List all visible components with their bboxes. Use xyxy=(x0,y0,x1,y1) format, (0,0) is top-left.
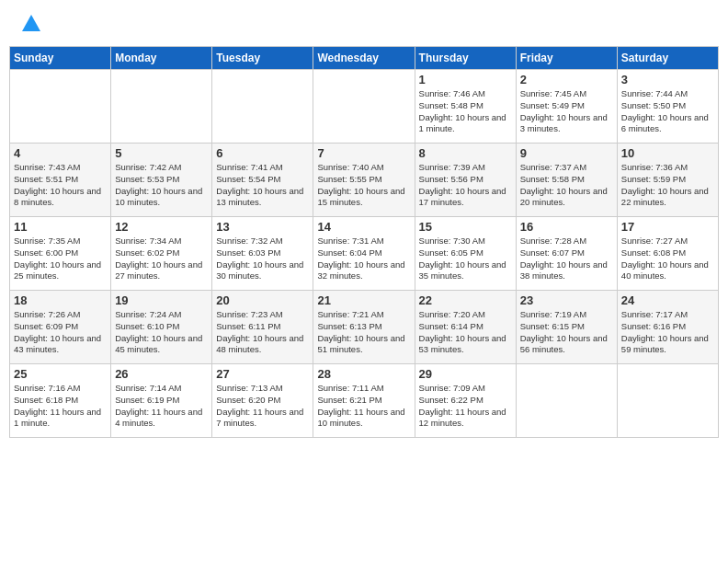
day-info: Sunrise: 7:43 AM Sunset: 5:51 PM Dayligh… xyxy=(14,162,107,209)
day-number: 1 xyxy=(419,73,512,86)
day-info: Sunrise: 7:39 AM Sunset: 5:56 PM Dayligh… xyxy=(419,162,512,209)
day-number: 28 xyxy=(317,367,410,381)
day-number: 10 xyxy=(621,146,714,160)
calendar-cell: 8Sunrise: 7:39 AM Sunset: 5:56 PM Daylig… xyxy=(415,144,516,217)
calendar-cell: 17Sunrise: 7:27 AM Sunset: 6:08 PM Dayli… xyxy=(617,217,718,291)
day-number: 5 xyxy=(115,146,208,160)
calendar-cell: 18Sunrise: 7:26 AM Sunset: 6:09 PM Dayli… xyxy=(10,291,111,364)
calendar-week-row: 4Sunrise: 7:43 AM Sunset: 5:51 PM Daylig… xyxy=(10,144,719,217)
logo xyxy=(17,13,42,35)
day-info: Sunrise: 7:16 AM Sunset: 6:18 PM Dayligh… xyxy=(14,383,107,430)
day-number: 26 xyxy=(115,367,208,381)
day-number: 27 xyxy=(216,367,309,381)
day-info: Sunrise: 7:28 AM Sunset: 6:07 PM Dayligh… xyxy=(520,236,613,282)
day-info: Sunrise: 7:36 AM Sunset: 5:59 PM Dayligh… xyxy=(621,162,714,209)
calendar-week-row: 25Sunrise: 7:16 AM Sunset: 6:18 PM Dayli… xyxy=(10,364,719,438)
day-number: 22 xyxy=(419,293,512,307)
calendar-cell xyxy=(212,70,313,144)
calendar-cell: 25Sunrise: 7:16 AM Sunset: 6:18 PM Dayli… xyxy=(10,364,111,438)
day-info: Sunrise: 7:21 AM Sunset: 6:13 PM Dayligh… xyxy=(317,309,410,356)
day-number: 9 xyxy=(520,146,613,160)
calendar-cell: 11Sunrise: 7:35 AM Sunset: 6:00 PM Dayli… xyxy=(10,217,111,291)
calendar-cell: 4Sunrise: 7:43 AM Sunset: 5:51 PM Daylig… xyxy=(10,144,111,217)
svg-marker-0 xyxy=(22,15,40,31)
day-of-week-header: Sunday xyxy=(10,47,111,70)
day-number: 25 xyxy=(14,367,107,381)
day-info: Sunrise: 7:41 AM Sunset: 5:54 PM Dayligh… xyxy=(216,162,309,209)
day-info: Sunrise: 7:11 AM Sunset: 6:21 PM Dayligh… xyxy=(317,383,410,430)
day-of-week-header: Saturday xyxy=(617,47,718,70)
day-info: Sunrise: 7:17 AM Sunset: 6:16 PM Dayligh… xyxy=(621,309,714,356)
calendar-cell: 13Sunrise: 7:32 AM Sunset: 6:03 PM Dayli… xyxy=(212,217,313,291)
day-of-week-header: Thursday xyxy=(415,47,516,70)
calendar-cell: 6Sunrise: 7:41 AM Sunset: 5:54 PM Daylig… xyxy=(212,144,313,217)
day-number: 4 xyxy=(14,146,107,160)
day-number: 17 xyxy=(621,220,714,234)
calendar-week-row: 11Sunrise: 7:35 AM Sunset: 6:00 PM Dayli… xyxy=(10,217,719,291)
day-of-week-header: Tuesday xyxy=(212,47,313,70)
day-number: 15 xyxy=(419,220,512,234)
day-info: Sunrise: 7:46 AM Sunset: 5:48 PM Dayligh… xyxy=(419,88,512,135)
day-number: 14 xyxy=(317,220,410,234)
calendar-cell: 12Sunrise: 7:34 AM Sunset: 6:02 PM Dayli… xyxy=(111,217,212,291)
day-info: Sunrise: 7:23 AM Sunset: 6:11 PM Dayligh… xyxy=(216,309,309,356)
day-number: 16 xyxy=(520,220,613,234)
calendar-cell: 28Sunrise: 7:11 AM Sunset: 6:21 PM Dayli… xyxy=(313,364,415,438)
day-of-week-header: Monday xyxy=(111,47,212,70)
logo-icon xyxy=(20,13,42,35)
calendar-cell: 2Sunrise: 7:45 AM Sunset: 5:49 PM Daylig… xyxy=(516,70,617,144)
day-number: 29 xyxy=(419,367,512,381)
day-info: Sunrise: 7:45 AM Sunset: 5:49 PM Dayligh… xyxy=(520,88,613,135)
day-info: Sunrise: 7:34 AM Sunset: 6:02 PM Dayligh… xyxy=(115,236,208,282)
day-info: Sunrise: 7:27 AM Sunset: 6:08 PM Dayligh… xyxy=(621,236,714,282)
day-of-week-header: Friday xyxy=(516,47,617,70)
day-number: 8 xyxy=(419,146,512,160)
day-info: Sunrise: 7:44 AM Sunset: 5:50 PM Dayligh… xyxy=(621,88,714,135)
day-info: Sunrise: 7:19 AM Sunset: 6:15 PM Dayligh… xyxy=(520,309,613,356)
day-info: Sunrise: 7:30 AM Sunset: 6:05 PM Dayligh… xyxy=(419,236,512,282)
day-info: Sunrise: 7:42 AM Sunset: 5:53 PM Dayligh… xyxy=(115,162,208,209)
calendar-cell: 9Sunrise: 7:37 AM Sunset: 5:58 PM Daylig… xyxy=(516,144,617,217)
day-number: 3 xyxy=(621,73,714,86)
calendar-cell: 15Sunrise: 7:30 AM Sunset: 6:05 PM Dayli… xyxy=(415,217,516,291)
calendar-header-row: SundayMondayTuesdayWednesdayThursdayFrid… xyxy=(10,47,719,70)
day-info: Sunrise: 7:40 AM Sunset: 5:55 PM Dayligh… xyxy=(317,162,410,209)
calendar-table: SundayMondayTuesdayWednesdayThursdayFrid… xyxy=(9,46,719,438)
calendar-cell: 19Sunrise: 7:24 AM Sunset: 6:10 PM Dayli… xyxy=(111,291,212,364)
day-number: 6 xyxy=(216,146,309,160)
calendar-cell: 3Sunrise: 7:44 AM Sunset: 5:50 PM Daylig… xyxy=(617,70,718,144)
day-number: 18 xyxy=(14,293,107,307)
day-number: 7 xyxy=(317,146,410,160)
calendar-cell: 14Sunrise: 7:31 AM Sunset: 6:04 PM Dayli… xyxy=(313,217,415,291)
calendar-cell xyxy=(111,70,212,144)
calendar-week-row: 18Sunrise: 7:26 AM Sunset: 6:09 PM Dayli… xyxy=(10,291,719,364)
calendar-cell: 21Sunrise: 7:21 AM Sunset: 6:13 PM Dayli… xyxy=(313,291,415,364)
day-info: Sunrise: 7:20 AM Sunset: 6:14 PM Dayligh… xyxy=(419,309,512,356)
day-number: 20 xyxy=(216,293,309,307)
calendar-cell xyxy=(10,70,111,144)
calendar-cell: 24Sunrise: 7:17 AM Sunset: 6:16 PM Dayli… xyxy=(617,291,718,364)
calendar-cell xyxy=(617,364,718,438)
calendar-cell: 26Sunrise: 7:14 AM Sunset: 6:19 PM Dayli… xyxy=(111,364,212,438)
day-info: Sunrise: 7:14 AM Sunset: 6:19 PM Dayligh… xyxy=(115,383,208,430)
calendar-cell xyxy=(516,364,617,438)
day-number: 24 xyxy=(621,293,714,307)
calendar-cell: 10Sunrise: 7:36 AM Sunset: 5:59 PM Dayli… xyxy=(617,144,718,217)
day-info: Sunrise: 7:35 AM Sunset: 6:00 PM Dayligh… xyxy=(14,236,107,282)
calendar-cell: 22Sunrise: 7:20 AM Sunset: 6:14 PM Dayli… xyxy=(415,291,516,364)
day-info: Sunrise: 7:31 AM Sunset: 6:04 PM Dayligh… xyxy=(317,236,410,282)
day-number: 11 xyxy=(14,220,107,234)
day-number: 2 xyxy=(520,73,613,86)
day-info: Sunrise: 7:13 AM Sunset: 6:20 PM Dayligh… xyxy=(216,383,309,430)
day-info: Sunrise: 7:26 AM Sunset: 6:09 PM Dayligh… xyxy=(14,309,107,356)
calendar-cell: 5Sunrise: 7:42 AM Sunset: 5:53 PM Daylig… xyxy=(111,144,212,217)
day-info: Sunrise: 7:37 AM Sunset: 5:58 PM Dayligh… xyxy=(520,162,613,209)
day-info: Sunrise: 7:24 AM Sunset: 6:10 PM Dayligh… xyxy=(115,309,208,356)
day-number: 21 xyxy=(317,293,410,307)
calendar-cell: 29Sunrise: 7:09 AM Sunset: 6:22 PM Dayli… xyxy=(415,364,516,438)
day-info: Sunrise: 7:32 AM Sunset: 6:03 PM Dayligh… xyxy=(216,236,309,282)
calendar-week-row: 1Sunrise: 7:46 AM Sunset: 5:48 PM Daylig… xyxy=(10,70,719,144)
day-info: Sunrise: 7:09 AM Sunset: 6:22 PM Dayligh… xyxy=(419,383,512,430)
calendar-cell: 20Sunrise: 7:23 AM Sunset: 6:11 PM Dayli… xyxy=(212,291,313,364)
calendar-cell: 7Sunrise: 7:40 AM Sunset: 5:55 PM Daylig… xyxy=(313,144,415,217)
